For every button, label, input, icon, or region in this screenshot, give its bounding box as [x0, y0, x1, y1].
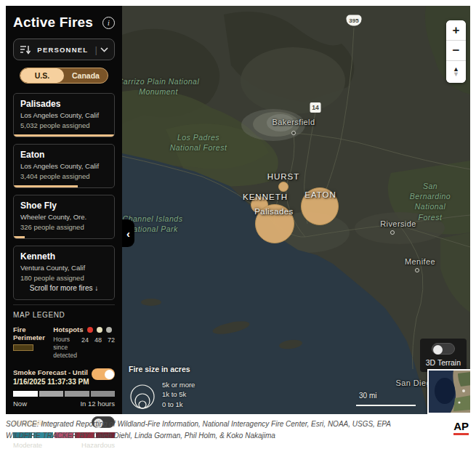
smoke-now-label: Now [13, 400, 27, 408]
scroll-hint: Scroll for more fires ↓ [20, 284, 108, 292]
fire-personnel: 5,032 people assigned [20, 121, 108, 129]
chevron-down-icon [100, 47, 108, 52]
hours-since-label: Hours since detected [53, 336, 77, 360]
sidebar-collapse-button[interactable]: ‹ [122, 219, 134, 247]
byline-credit: WILDFIRE TRACKER BY: Caleb Diehl, Linda … [6, 430, 470, 442]
fire-name: Palisades [20, 99, 108, 109]
hours-24: 24 [81, 336, 89, 360]
divider [13, 304, 115, 305]
fire-size-legend: Fire size in acres 5k or more 1k to 5k 0… [129, 365, 195, 411]
smoke-seg [39, 391, 64, 397]
terrain-control: 3D Terrain [420, 339, 467, 372]
sort-descending-icon [20, 45, 31, 54]
hotspot-48h-dot [97, 327, 102, 333]
region-canada-button[interactable]: Canada [64, 68, 108, 83]
fire-card-eaton[interactable]: Eaton Los Angeles County, Calif 3,404 pe… [13, 144, 115, 188]
scale-label: 30 mi [359, 392, 416, 400]
sort-dropdown[interactable]: PERSONNEL | [13, 39, 115, 60]
air-hazardous-label: Hazardous [81, 441, 115, 449]
zoom-in-button[interactable]: + [446, 20, 466, 40]
zoom-out-button[interactable]: − [446, 41, 466, 60]
divider: | [95, 44, 97, 55]
area-label-san-bernardino: San Bernardino National Forest [410, 181, 451, 222]
city-marker-riverside [390, 230, 395, 235]
hotspot-24h-dot [87, 327, 93, 333]
air-moderate-label: Moderate [13, 441, 42, 449]
smoke-seg [65, 391, 89, 397]
terrain-toggle[interactable] [432, 343, 455, 355]
city-label-bakersfield: Bakersfield [273, 118, 315, 126]
route-shield-395: 395 [347, 15, 362, 26]
info-icon[interactable]: i [102, 17, 115, 29]
city-label-riverside: Riverside [380, 219, 416, 228]
fire-size-title: Fire size in acres [129, 365, 195, 373]
map-canvas[interactable]: Carrizo Plain National Monument Los Padr… [122, 6, 470, 414]
fire-perimeter-swatch [13, 344, 33, 351]
wildfire-tracker: Carrizo Plain National Monument Los Padr… [6, 6, 470, 414]
smoke-forecast-label: Smoke Forecast - Until [13, 368, 92, 376]
smoke-gradient-bar [13, 391, 115, 397]
fire-location: Wheeler County, Ore. [20, 213, 108, 221]
region-us-button[interactable]: U.S. [20, 68, 64, 83]
hotspot-72h-dot [106, 327, 112, 333]
city-label-menifee: Menifee [405, 257, 435, 266]
collapse-chevron-icon: ‹ [126, 227, 130, 240]
area-label-los-padres: Los Padres National Forest [170, 132, 227, 153]
toggle-knob [433, 345, 443, 355]
fire-size-label-large: 5k or more [162, 380, 195, 389]
fire-size-circles [129, 378, 158, 411]
map-scale: 30 mi [356, 392, 416, 406]
smoke-seg [91, 391, 116, 397]
hours-72: 72 [108, 336, 115, 360]
fire-card-palisades[interactable]: Palisades Los Angeles County, Calif 5,03… [13, 93, 115, 137]
overview-inset-map[interactable] [427, 369, 470, 414]
fire-card-shoe-fly[interactable]: Shoe Fly Wheeler County, Ore. 326 people… [13, 195, 115, 239]
smoke-forecast-until: 1/16/2025 11:37:33 PM [13, 378, 92, 386]
smoke-forecast-toggle[interactable] [92, 368, 115, 380]
fire-label-hurst: HURST [267, 172, 300, 181]
route-shield-14: 14 [310, 102, 321, 113]
fire-name: Shoe Fly [20, 201, 108, 211]
source-credit: SOURCE: Integrated Reporting of Wildland… [6, 418, 470, 430]
fire-personnel: 3,404 people assigned [20, 172, 108, 180]
toggle-knob [105, 370, 114, 379]
fire-name: Kenneth [20, 251, 108, 262]
area-label-carrizo: Carrizo Plain National Monument [122, 76, 199, 97]
hours-48: 48 [94, 336, 102, 360]
fire-location: Los Angeles County, Calif [20, 111, 108, 119]
fire-location: Los Angeles County, Calif [20, 162, 108, 170]
fire-card-list: Palisades Los Angeles County, Calif 5,03… [13, 93, 115, 300]
fire-location: Ventura County, Calif [20, 264, 108, 272]
region-toggle: U.S. Canada [20, 68, 108, 84]
tilt-down-icon: ▼ [453, 72, 459, 77]
fire-size-label-medium: 1k to 5k [162, 389, 195, 399]
fire-marker-hurst[interactable] [278, 182, 289, 192]
smoke-seg-now [13, 391, 38, 397]
ap-logo: AP [453, 420, 469, 435]
fire-name: Eaton [20, 150, 108, 160]
personnel-bar [14, 185, 78, 187]
fire-label-kenneth: KENNETH [243, 193, 288, 201]
inset-art [429, 371, 470, 413]
personnel-bar [14, 134, 114, 137]
fire-personnel: 180 people assigned [20, 274, 108, 282]
city-marker-menifee [415, 268, 419, 272]
fire-personnel: 326 people assigned [20, 223, 108, 231]
smoke-in12-label: In 12 hours [80, 400, 115, 408]
fire-perimeter-label: Fire Perimeter [13, 325, 49, 341]
fire-label-eaton: EATON [304, 190, 336, 199]
legend-title: MAP LEGEND [13, 311, 115, 319]
tilt-control[interactable]: ▲ ▼ [446, 61, 466, 83]
terrain-label: 3D Terrain [426, 358, 461, 367]
hotspots-label: Hotspots [53, 325, 83, 333]
footer: SOURCE: Integrated Reporting of Wildland… [6, 418, 470, 441]
fire-size-label-small: 0 to 1k [162, 400, 195, 409]
map-zoom-controls: + − ▲ ▼ [446, 20, 466, 83]
fire-card-kenneth[interactable]: Kenneth Ventura County, Calif 180 people… [13, 246, 115, 300]
fire-label-palisades: Palisades [254, 207, 293, 216]
city-marker-bakersfield [291, 131, 296, 135]
personnel-bar [14, 236, 25, 238]
sort-field-label: PERSONNEL [31, 46, 95, 54]
sidebar: Active Fires i PERSONNEL | U.S. Canada [6, 6, 122, 414]
page-title: Active Fires [13, 15, 93, 31]
